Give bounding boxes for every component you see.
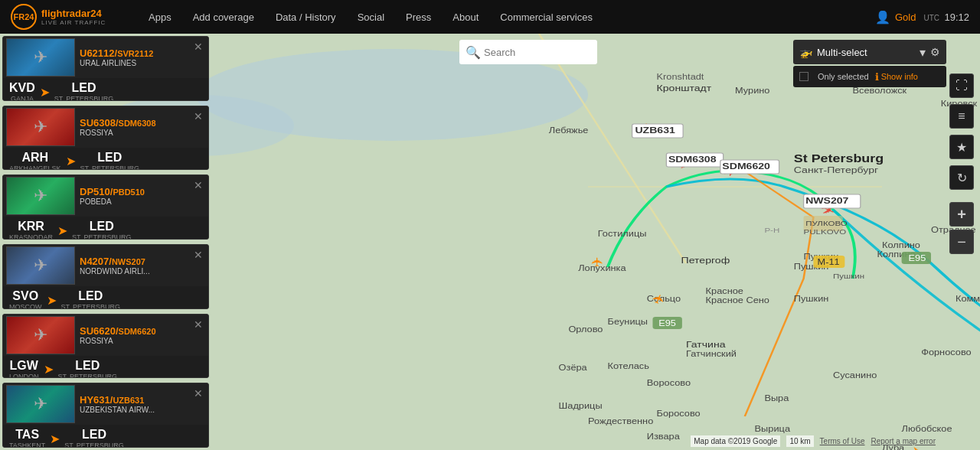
zoom-out-button[interactable]: − [949,230,974,254]
fullscreen-button[interactable]: ⛶ [949,73,974,98]
brand-sub: LIVE AIR TRAFFIC [41,19,106,26]
plane-image [7,178,74,214]
plane-image [7,386,74,422]
origin-code: TAS [9,428,45,442]
airline-label: POBEDA [80,197,201,206]
search-input[interactable] [484,47,612,58]
destination-name: ST. PETERSBURG [61,303,121,309]
layers-button[interactable]: ≡ [949,104,974,129]
svg-text:UZB631: UZB631 [635,126,675,135]
flight-panels: U62112/SVR2112 URAL AIRLINES ✕ KVD GANJA… [0,34,214,450]
destination-airport: LED ST. PETERSBURG [80,151,140,171]
plane-photo [6,385,75,423]
show-info-button[interactable]: ℹ Show info [875,71,918,83]
callsign-label: N4207/NWS207 [80,256,201,267]
close-button[interactable]: ✕ [191,318,205,331]
multiselect-dropdown-icon[interactable]: ▾ [920,45,926,60]
destination-airport: LED ST. PETERSBURG [64,428,124,448]
zoom-in-button[interactable]: + [949,202,974,227]
svg-text:Петергоф: Петергоф [681,256,730,265]
card-header: SU6308/SDM6308 ROSSIYA ✕ [3,106,208,148]
callsign-label: SU6308/SDM6308 [80,117,201,129]
plane-photo [6,38,75,77]
svg-text:Вырица: Вырица [755,425,791,432]
destination-code: LED [80,151,140,165]
close-button[interactable]: ✕ [191,109,205,123]
only-selected-checkbox[interactable] [799,72,808,81]
close-button[interactable]: ✕ [191,248,205,262]
close-button[interactable]: ✕ [191,178,205,192]
logo-area: FR24 flightradar24 LIVE AIR TRAFFIC [0,4,138,30]
svg-text:Шадрицы: Шадрицы [559,402,603,409]
settings-icon[interactable]: ⚙ [930,46,940,58]
search-bar[interactable]: 🔍 [459,40,597,64]
nav-link-commercial-services[interactable]: Commercial services [489,0,603,34]
svg-text:Мурино: Мурино [735,86,769,94]
airline-label: UZBEKISTAN AIRW... [80,406,201,414]
origin-name: TASHKENT [9,442,45,448]
svg-text:Рождественно: Рождественно [588,417,653,425]
destination-name: ST. PETERSBURG [72,233,132,240]
airline-label: ROSSIYA [80,129,201,137]
flight-card-hy631[interactable]: HY631/UZB631 UZBEKISTAN AIRW... ✕ TAS TA… [2,383,209,448]
logo-icon: FR24 [11,4,37,30]
callsign-label: SU6620/SDM6620 [80,325,201,337]
flight-card-dp510[interactable]: DP510/PBD510 POBEDA ✕ KRR KRASNODAR ➤ LE… [2,174,209,240]
card-header: N4207/NWS207 NORDWIND AIRLI... ✕ [3,245,208,286]
nav-link-data---history[interactable]: Data / History [265,0,347,34]
svg-text:Беуницы: Беуницы [608,318,648,325]
svg-text:Колпино: Колпино [882,241,920,249]
close-button[interactable]: ✕ [191,386,205,400]
nav-link-social[interactable]: Social [347,0,395,34]
origin-airport: ARH ARKHANGELSK [9,151,61,171]
callsign-label: U62112/SVR2112 [80,47,201,59]
user-area[interactable]: 👤 Gold [875,10,916,24]
card-route: SVO MOSCOW ➤ LED ST. PETERSBURG [3,286,208,309]
close-button[interactable]: ✕ [191,40,205,54]
logo-text: flightradar24 LIVE AIR TRAFFIC [41,8,106,26]
terms-link[interactable]: Terms of Use [820,437,865,445]
card-callsign-info: U62112/SVR2112 URAL AIRLINES [75,44,205,70]
destination-name: ST. PETERSBURG [64,442,124,448]
origin-code: ARH [9,151,61,165]
svg-text:SDM6308: SDM6308 [668,155,717,164]
refresh-button[interactable]: ↻ [949,165,974,190]
report-link[interactable]: Report a map error [871,437,936,445]
card-callsign-info: SU6308/SDM6308 ROSSIYA [75,114,205,140]
airline-label: NORDWIND AIRLI... [80,267,201,276]
svg-text:E95: E95 [658,319,676,327]
destination-name: ST. PETERSBURG [54,95,114,101]
user-label: Gold [895,11,916,23]
callsign-label: HY631/UZB631 [80,394,201,406]
svg-text:Всеволожск: Всеволожск [853,86,908,94]
card-route: KRR KRASNODAR ➤ LED ST. PETERSBURG [3,217,208,240]
flight-card-su6620[interactable]: SU6620/SDM6620 ROSSIYA ✕ LGW LONDON ➤ LE… [2,314,209,379]
info-icon: ℹ [875,71,879,83]
route-arrow-icon: ➤ [44,362,54,377]
plane-photo [6,316,75,354]
svg-text:Боросово: Боросово [657,409,701,417]
top-navigation: FR24 flightradar24 LIVE AIR TRAFFIC Apps… [0,0,980,34]
svg-text:PULKOVO: PULKOVO [804,228,847,236]
star-button[interactable]: ★ [949,135,974,159]
card-route: ARH ARKHANGELSK ➤ LED ST. PETERSBURG [3,148,208,171]
card-callsign-info: SU6620/SDM6620 ROSSIYA [75,322,205,348]
card-header: DP510/PBD510 POBEDA ✕ [3,175,208,217]
multiselect-icon: 🚁 [799,46,812,58]
user-icon: 👤 [875,10,890,24]
show-info-label: Show info [881,72,918,81]
route-arrow-icon: ➤ [47,293,57,308]
origin-name: KRASNODAR [9,233,53,240]
nav-links: AppsAdd coverageData / HistorySocialPres… [138,0,875,34]
nav-link-press[interactable]: Press [395,0,442,34]
nav-link-about[interactable]: About [442,0,489,34]
airline-label: ROSSIYA [80,337,201,345]
svg-text:Красное: Красное [706,287,743,295]
flight-card-u62112[interactable]: U62112/SVR2112 URAL AIRLINES ✕ KVD GANJA… [2,36,209,101]
nav-link-add-coverage[interactable]: Add coverage [182,0,265,34]
flight-card-su6308[interactable]: SU6308/SDM6308 ROSSIYA ✕ ARH ARKHANGELSK… [2,106,209,171]
flight-card-n4207[interactable]: N4207/NWS207 NORDWIND AIRLI... ✕ SVO MOS… [2,244,209,309]
route-arrow-icon: ➤ [57,223,67,238]
origin-code: KRR [9,220,53,233]
nav-link-apps[interactable]: Apps [138,0,182,34]
